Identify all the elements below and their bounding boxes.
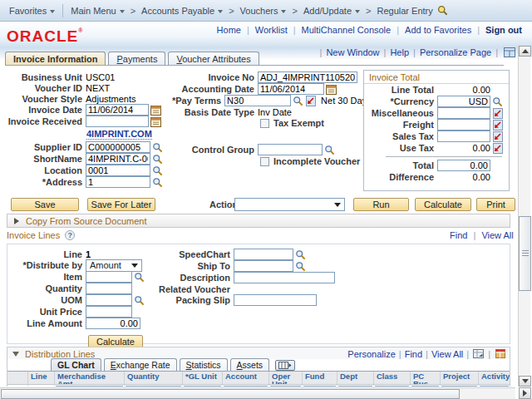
line-amount-input[interactable] (86, 318, 140, 329)
find-link[interactable]: Find (405, 349, 422, 359)
sales-tax-input[interactable] (437, 131, 490, 142)
invoice-no-input[interactable] (258, 71, 357, 83)
tab-invoice-information[interactable]: Invoice Information (5, 52, 106, 65)
pc-bus-unit-input[interactable] (411, 386, 439, 387)
activity-input[interactable] (480, 386, 509, 387)
project-input[interactable] (441, 386, 477, 387)
collapse-icon[interactable] (12, 352, 19, 357)
scroll-up-button[interactable] (519, 46, 531, 57)
column-header-account[interactable]: Account (222, 372, 268, 384)
ship-to-input[interactable] (234, 260, 293, 272)
copy-from-source-section[interactable]: Copy From Source Document (7, 214, 510, 228)
total-input[interactable] (437, 160, 490, 171)
location-input[interactable] (86, 165, 150, 176)
column-header-gl-unit[interactable]: *GL Unit (182, 372, 222, 384)
vertical-scrollbar[interactable] (518, 46, 530, 387)
save-button[interactable]: Save (11, 198, 79, 211)
help-icon[interactable]: ? (65, 230, 75, 240)
column-header-quantity[interactable]: Quantity (124, 372, 182, 384)
lookup-icon[interactable] (295, 249, 306, 260)
invoice-date-input[interactable] (86, 104, 149, 116)
column-header-oper-unit[interactable]: Oper Unit (268, 372, 302, 384)
lookup-icon[interactable] (492, 96, 503, 107)
personalize-link[interactable]: Personalize (347, 349, 395, 359)
calendar-icon[interactable] (150, 105, 161, 116)
tab-statistics[interactable]: Statistics (180, 358, 228, 371)
gl-unit-input[interactable] (184, 386, 221, 387)
personalize-layout-icon[interactable] (504, 47, 515, 57)
column-header-class[interactable]: Class (373, 372, 410, 384)
freight-detail-icon[interactable] (492, 120, 503, 131)
merchandise-amt-input[interactable] (56, 386, 123, 387)
horizontal-scroll-thumb[interactable] (1, 389, 460, 399)
download-icon[interactable] (495, 349, 505, 358)
search-icon[interactable] (437, 5, 448, 16)
packing-slip-input[interactable] (234, 294, 317, 306)
incomplete-voucher-checkbox[interactable] (260, 157, 269, 166)
pay-terms-input[interactable] (224, 95, 291, 106)
column-header-merchandise-amt[interactable]: Merchandise Amt (54, 372, 124, 384)
tab-gl-chart[interactable]: GL Chart (51, 358, 101, 371)
zoom-grid-icon[interactable] (473, 349, 484, 358)
home-link[interactable]: Home (217, 25, 241, 35)
column-header-activity[interactable]: Activity (478, 372, 510, 384)
fund-input[interactable] (303, 386, 336, 387)
account-input[interactable] (224, 386, 268, 387)
tab-payments[interactable]: Payments (108, 52, 165, 65)
column-header-fund[interactable]: Fund (302, 372, 337, 384)
use-tax-detail-icon[interactable] (492, 143, 503, 154)
lookup-icon[interactable] (295, 261, 306, 272)
save-for-later-button[interactable]: Save For Later (87, 198, 155, 211)
calculate-button[interactable]: Calculate (415, 198, 471, 211)
tab-voucher-attributes[interactable]: Voucher Attributes (168, 52, 259, 65)
print-button[interactable]: Print (476, 198, 515, 211)
dept-input[interactable] (338, 386, 372, 387)
breadcrumb-add-update[interactable]: Add/Update (303, 6, 360, 16)
lookup-icon[interactable] (152, 142, 163, 153)
multichannel-console-link[interactable]: MultiChannel Console (302, 25, 392, 35)
add-to-favorites-link[interactable]: Add to Favorites (405, 25, 471, 35)
tab-exchange-rate[interactable]: Exchange Rate (104, 358, 177, 371)
calendar-icon[interactable] (150, 116, 161, 127)
breadcrumb-vouchers[interactable]: Vouchers (240, 6, 287, 16)
main-menu[interactable]: Main Menu (71, 6, 124, 16)
address-input[interactable] (86, 176, 150, 188)
column-header-line[interactable]: Line (27, 372, 54, 384)
breadcrumb-accounts-payable[interactable]: Accounts Payable (141, 6, 223, 16)
favorites-menu[interactable]: Favorites (9, 6, 55, 16)
expand-icon[interactable] (14, 218, 19, 224)
supplier-id-input[interactable] (86, 141, 150, 153)
column-header-dept[interactable]: Dept (337, 372, 373, 384)
view-all-link[interactable]: View All (481, 230, 513, 240)
speedchart-input[interactable] (234, 249, 293, 260)
accounting-date-input[interactable] (258, 83, 324, 95)
horizontal-scrollbar[interactable] (0, 387, 515, 399)
column-header-project[interactable]: Project (440, 372, 478, 384)
tax-exempt-checkbox[interactable] (260, 119, 269, 128)
scroll-down-button[interactable] (519, 376, 531, 387)
miscellaneous-input[interactable] (437, 107, 490, 119)
supplier-name-link[interactable]: 4IMPRINT.COM (86, 129, 152, 140)
class-input[interactable] (375, 386, 409, 387)
vertical-scroll-thumb[interactable] (519, 216, 531, 291)
sales-tax-detail-icon[interactable] (492, 131, 503, 142)
freight-input[interactable] (437, 119, 490, 131)
lookup-icon[interactable] (152, 177, 163, 188)
calendar-icon[interactable] (326, 84, 337, 95)
short-name-input[interactable] (86, 153, 150, 165)
lookup-icon[interactable] (152, 154, 163, 165)
quantity-input[interactable] (126, 386, 181, 387)
sign-out-link[interactable]: Sign out (485, 25, 522, 35)
column-header-pc-bus-unit[interactable]: PC Bus Unit (410, 372, 440, 384)
invoice-received-input[interactable] (86, 116, 149, 127)
control-group-input[interactable] (258, 144, 323, 155)
pay-terms-detail-icon[interactable] (305, 96, 316, 106)
show-all-columns-icon[interactable] (275, 360, 295, 371)
miscellaneous-detail-icon[interactable] (492, 108, 503, 119)
scroll-right-button[interactable] (519, 387, 531, 399)
tab-assets[interactable]: Assets (230, 358, 270, 371)
currency-input[interactable] (437, 96, 490, 107)
lookup-icon[interactable] (293, 96, 303, 106)
unit-price-input[interactable] (86, 306, 132, 318)
description-input[interactable] (234, 272, 335, 283)
